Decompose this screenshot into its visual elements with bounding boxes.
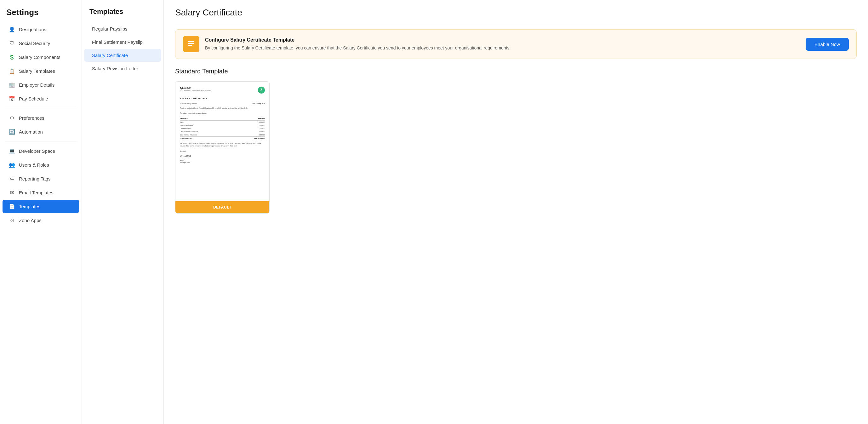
banner-title: Configure Salary Certificate Template: [205, 37, 800, 43]
page-title: Salary Certificate: [175, 7, 857, 23]
sidebar-item-designations[interactable]: 👤 Designations: [2, 23, 79, 36]
enable-now-button[interactable]: Enable Now: [806, 38, 849, 51]
table-row: Other Allowance1,000.00: [180, 127, 265, 130]
preview-body-line2: The salary break-up is as given below:: [180, 112, 265, 115]
preview-company-address: 222 Oasis Plaza Dubai United Arab Emirat…: [180, 89, 211, 92]
reporting-tags-icon: 🏷: [9, 176, 15, 182]
sidebar-item-pay-schedule[interactable]: 📅 Pay Schedule: [2, 92, 79, 105]
employer-details-icon: 🏢: [9, 82, 15, 88]
sidebar-item-preferences[interactable]: ⚙ Preferences: [2, 111, 79, 124]
preview-name: Admin Manager - HR: [180, 159, 265, 164]
sidebar-item-label: Zoho Apps: [19, 218, 41, 223]
sidebar-item-label: Reporting Tags: [19, 176, 51, 181]
table-col-earnings: EARNINGS: [180, 117, 233, 121]
preview-date: Date: 16 Sep 2023: [252, 103, 265, 105]
sidebar-item-label: Developer Space: [19, 148, 55, 154]
email-templates-icon: ✉: [9, 189, 15, 195]
salary-templates-icon: 📋: [9, 68, 15, 74]
sidebar-item-label: Social Security: [19, 41, 50, 46]
zoho-apps-icon: ⊙: [9, 217, 15, 223]
middle-panel-title: Templates: [82, 6, 163, 22]
social-security-icon: 🛡: [9, 40, 15, 46]
preview-earnings-table: EARNINGS AMOUNT Basic5,000.00Housing All…: [180, 117, 265, 140]
sidebar-item-label: Designations: [19, 27, 46, 32]
middle-panel: Templates Regular Payslips Final Settlem…: [82, 0, 164, 424]
total-value: AED 11,000.00: [233, 137, 265, 140]
preview-cert-title: SALARY CERTIFICATE: [180, 97, 265, 100]
sidebar-divider-2: [5, 141, 76, 142]
sidebar-item-reporting-tags[interactable]: 🏷 Reporting Tags: [2, 172, 79, 185]
middle-item-salary-revision[interactable]: Salary Revision Letter: [84, 62, 161, 75]
salary-components-icon: 💲: [9, 54, 15, 60]
middle-item-regular-payslips[interactable]: Regular Payslips: [84, 22, 161, 35]
default-button[interactable]: DEFAULT: [176, 201, 269, 213]
designations-icon: 👤: [9, 26, 15, 32]
sidebar-item-employer-details[interactable]: 🏢 Employer Details: [2, 78, 79, 91]
sidebar-item-label: Email Templates: [19, 190, 54, 195]
total-label: TOTAL AMOUNT: [180, 137, 233, 140]
sidebar-title: Settings: [0, 0, 82, 22]
sidebar-item-automation[interactable]: 🔄 Automation: [2, 125, 79, 138]
section-title: Standard Template: [175, 68, 857, 75]
sidebar-item-label: Pay Schedule: [19, 96, 48, 101]
sidebar-item-zoho-apps[interactable]: ⊙ Zoho Apps: [2, 214, 79, 227]
main-content: Salary Certificate Configure Salary Cert…: [164, 0, 868, 424]
middle-item-final-settlement[interactable]: Final Settlement Payslip: [84, 36, 161, 49]
sidebar-item-email-templates[interactable]: ✉ Email Templates: [2, 186, 79, 199]
automation-icon: 🔄: [9, 128, 15, 135]
preview-salutation: To Whom it may concern: [180, 103, 197, 105]
preview-footer-text: We hereby confirm that all the above det…: [180, 142, 265, 147]
table-row: Cost of Living Allowance2,000.00: [180, 133, 265, 137]
row-label: Cost of Living Allowance: [180, 133, 233, 137]
row-value: 2,000.00: [233, 130, 265, 133]
middle-item-salary-certificate[interactable]: Salary Certificate: [84, 49, 161, 62]
template-card: Zyiker Gulf 222 Oasis Plaza Dubai United…: [175, 81, 270, 214]
sidebar-item-label: Automation: [19, 129, 43, 134]
row-value: 5,000.00: [233, 121, 265, 124]
sidebar-item-label: Templates: [19, 204, 40, 209]
preview-sincerely: Sincerely,: [180, 150, 265, 152]
sidebar-item-salary-components[interactable]: 💲 Salary Components: [2, 51, 79, 64]
sidebar-item-social-security[interactable]: 🛡 Social Security: [2, 36, 79, 50]
developer-space-icon: 💻: [9, 148, 15, 154]
sidebar: Settings 👤 Designations 🛡 Social Securit…: [0, 0, 82, 424]
row-value: 1,000.00: [233, 127, 265, 130]
table-row: Basic5,000.00: [180, 121, 265, 124]
configure-banner: Configure Salary Certificate Template By…: [175, 29, 857, 59]
sidebar-item-label: Salary Components: [19, 55, 60, 60]
row-value: 2,000.00: [233, 133, 265, 137]
sidebar-item-templates[interactable]: 📄 Templates: [2, 200, 79, 213]
date-label: Date:: [252, 103, 255, 105]
row-label: Basic: [180, 121, 233, 124]
sidebar-item-label: Employer Details: [19, 82, 55, 88]
banner-text: Configure Salary Certificate Template By…: [205, 37, 800, 51]
preview-body-line1: This is to certify that Sarah Ahmed (Emp…: [180, 107, 265, 110]
preview-logo: Z: [258, 87, 265, 94]
svg-rect-1: [188, 43, 194, 44]
preview-header: Zyiker Gulf 222 Oasis Plaza Dubai United…: [180, 87, 265, 94]
row-label: Children Social Allowance: [180, 130, 233, 133]
table-row: Children Social Allowance2,000.00: [180, 130, 265, 133]
templates-icon: 📄: [9, 203, 15, 210]
sidebar-divider: [5, 108, 76, 109]
sidebar-item-users-roles[interactable]: 👥 Users & Roles: [2, 158, 79, 171]
svg-rect-2: [188, 45, 192, 46]
sidebar-item-salary-templates[interactable]: 📋 Salary Templates: [2, 64, 79, 78]
sidebar-item-developer-space[interactable]: 💻 Developer Space: [2, 144, 79, 157]
preview-company-name: Zyiker Gulf: [180, 87, 211, 89]
row-value: 1,000.00: [233, 124, 265, 127]
svg-rect-0: [188, 41, 194, 42]
sidebar-item-label: Salary Templates: [19, 68, 55, 74]
table-row: Housing Allowance1,000.00: [180, 124, 265, 127]
banner-icon: [183, 36, 199, 52]
sidebar-item-label: Users & Roles: [19, 162, 49, 168]
banner-description: By configuring the Salary Certificate te…: [205, 45, 800, 51]
template-preview: Zyiker Gulf 222 Oasis Plaza Dubai United…: [176, 82, 269, 201]
row-label: Housing Allowance: [180, 124, 233, 127]
table-col-amount: AMOUNT: [233, 117, 265, 121]
date-value: 16 Sep 2023: [256, 103, 265, 105]
users-roles-icon: 👥: [9, 161, 15, 168]
preview-signature: JsCullen: [180, 154, 265, 158]
preview-company-info: Zyiker Gulf 222 Oasis Plaza Dubai United…: [180, 87, 211, 92]
preferences-icon: ⚙: [9, 115, 15, 121]
